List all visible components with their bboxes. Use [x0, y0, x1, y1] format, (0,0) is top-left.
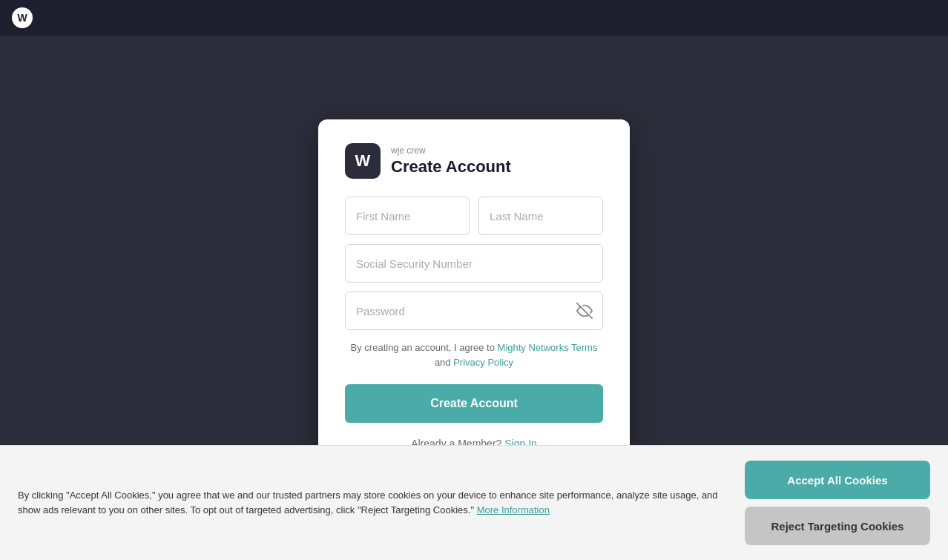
privacy-policy-link[interactable]: Privacy Policy	[453, 357, 513, 368]
mighty-networks-terms-link[interactable]: Mighty Networks Terms	[498, 342, 598, 353]
first-name-input[interactable]	[345, 197, 470, 235]
create-account-modal: W wje crew Create Account	[318, 119, 630, 476]
ssn-input[interactable]	[345, 244, 603, 283]
modal-logo: W	[345, 143, 381, 179]
more-information-link[interactable]: More Information	[477, 504, 550, 515]
password-wrapper	[345, 291, 603, 330]
modal-subtitle: wje crew	[391, 145, 511, 156]
modal-title: Create Account	[391, 157, 511, 177]
cookie-text: By clicking "Accept All Cookies," you ag…	[18, 488, 727, 518]
ssn-wrapper	[345, 244, 603, 283]
topbar-logo-letter: W	[17, 12, 27, 24]
modal-title-group: wje crew Create Account	[391, 145, 511, 177]
cookie-buttons: Accept All Cookies Reject Targeting Cook…	[745, 461, 930, 545]
eye-slash-icon	[576, 303, 593, 319]
name-row	[345, 197, 603, 235]
create-account-button[interactable]: Create Account	[345, 384, 603, 423]
password-input[interactable]	[345, 291, 603, 330]
modal-header: W wje crew Create Account	[345, 143, 603, 179]
topbar-logo: W	[12, 7, 33, 28]
reject-targeting-cookies-button[interactable]: Reject Targeting Cookies	[745, 507, 930, 545]
password-toggle-button[interactable]	[576, 303, 593, 319]
cookie-banner: By clicking "Accept All Cookies," you ag…	[0, 445, 948, 560]
last-name-input[interactable]	[478, 197, 603, 235]
accept-cookies-button[interactable]: Accept All Cookies	[745, 461, 930, 499]
topbar: W	[0, 0, 948, 36]
terms-text: By creating an account, I agree to Might…	[345, 340, 603, 369]
